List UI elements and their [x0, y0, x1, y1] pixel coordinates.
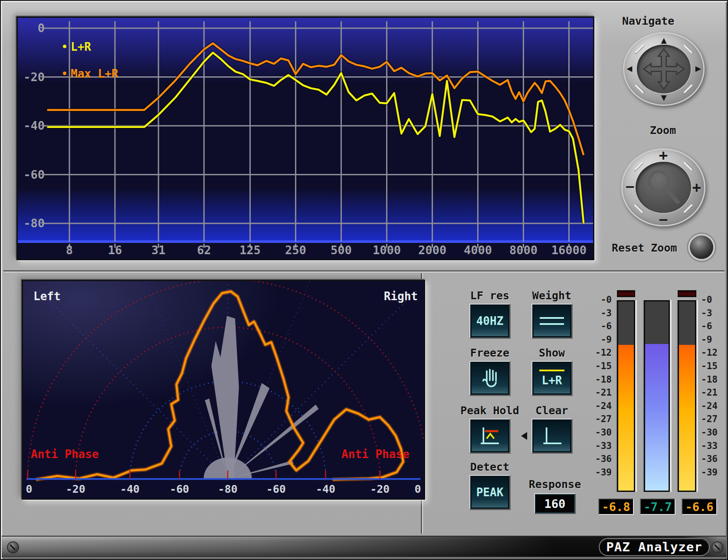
peak-hold-label: Peak Hold — [460, 404, 519, 417]
spectrum-chart: 0-20-40-60-80816316212525050010002000400… — [18, 18, 593, 259]
navigate-pad[interactable]: ▲ ▼ ◀ ▶ — [623, 32, 705, 106]
paz-analyzer-window: 0-20-40-60-80816316212525050010002000400… — [0, 0, 728, 560]
meter-fill — [618, 345, 634, 491]
meter-scale-label: -15 — [587, 362, 612, 371]
peak-hold-button[interactable] — [469, 419, 510, 453]
clear-button[interactable] — [531, 419, 572, 453]
response-box[interactable]: 160 — [534, 493, 576, 514]
peak-hold-icon — [478, 424, 502, 448]
reset-zoom-button[interactable] — [690, 236, 713, 259]
svg-text:8000: 8000 — [509, 243, 538, 257]
phase-display[interactable]: 0-20-40-60-80-60-40-200 Left Right Anti … — [22, 280, 425, 500]
horizontal-divider — [3, 270, 725, 272]
meter-scale-label: -24 — [701, 402, 726, 411]
reset-zoom-label: Reset Zoom — [612, 242, 677, 254]
meter-scale-label: -21 — [587, 388, 612, 397]
svg-text:0: 0 — [26, 483, 32, 495]
navigate-up-icon[interactable]: ▲ — [661, 36, 666, 45]
meter-scale-label: -39 — [701, 468, 726, 477]
svg-text:-60: -60 — [23, 168, 45, 181]
meter-scale-label: -0 — [701, 295, 726, 305]
magnifier-icon — [636, 162, 691, 213]
svg-text:-80: -80 — [23, 216, 45, 230]
zoom-label: Zoom — [650, 124, 676, 137]
svg-text:31: 31 — [151, 243, 166, 257]
svg-text:2000: 2000 — [418, 243, 446, 257]
lf-res-label: LF res — [470, 289, 509, 302]
meter-scale-label: -27 — [701, 415, 726, 424]
meter-scale-label: -6 — [701, 322, 726, 331]
hand-icon — [479, 367, 501, 390]
meter-scale-label: -15 — [701, 362, 726, 371]
meter-scale-label: -9 — [587, 335, 612, 344]
navigate-right-icon[interactable]: ▶ — [695, 64, 701, 73]
readout-left: -6.8 — [598, 498, 634, 515]
weight-button[interactable] — [531, 304, 572, 338]
title-bar: PAZ Analyzer — [2, 536, 726, 557]
zoom-pad[interactable]: + + − − — [621, 148, 705, 226]
meter-scale-label: -36 — [587, 455, 612, 464]
level-meter-right — [678, 300, 696, 492]
meter-scale-label: -6 — [587, 322, 612, 331]
plugin-title-badge: PAZ Analyzer — [600, 539, 709, 555]
meter-scale-label: -18 — [701, 375, 726, 384]
navigate-pad-center[interactable] — [637, 45, 691, 93]
peak-led-right — [678, 290, 696, 297]
svg-text:500: 500 — [331, 243, 352, 257]
readout-right-value: -6.6 — [685, 500, 713, 514]
level-meter-left — [617, 300, 635, 492]
meter-scale-label: -0 — [587, 295, 612, 305]
meter-scale-label: -33 — [587, 442, 612, 451]
detect-value: PEAK — [476, 486, 504, 499]
meter-scale-label: -30 — [701, 428, 726, 437]
svg-text:-60: -60 — [266, 483, 286, 495]
response-label: Response — [529, 478, 581, 491]
meter-scale-label: -12 — [701, 348, 726, 357]
svg-text:-20: -20 — [370, 483, 390, 495]
meter-scale-label: -12 — [587, 348, 612, 357]
svg-text:-40: -40 — [316, 483, 335, 495]
freeze-button[interactable] — [469, 361, 510, 396]
meter-scale-label: -3 — [587, 309, 612, 318]
navigate-left-icon[interactable]: ◀ — [626, 64, 632, 73]
svg-text:-60: -60 — [170, 483, 189, 495]
legend-dot-lr — [63, 45, 66, 48]
svg-text:-20: -20 — [66, 483, 85, 495]
polar-chart: 0-20-40-60-80-60-40-200 — [23, 281, 424, 498]
axes-icon — [540, 424, 564, 448]
double-line-icon — [540, 317, 564, 319]
meter-fill — [645, 344, 669, 491]
response-value: 160 — [544, 497, 566, 511]
svg-text:8: 8 — [66, 243, 73, 257]
zoom-out-vertical-icon[interactable]: − — [659, 213, 668, 226]
level-meter-mid — [644, 300, 670, 492]
weight-label: Weight — [532, 289, 571, 302]
meter-scale-label: -21 — [701, 388, 726, 397]
navigate-down-icon[interactable]: ▼ — [661, 93, 666, 102]
zoom-pad-center[interactable] — [636, 162, 691, 213]
show-label: Show — [539, 347, 565, 359]
plugin-title: PAZ Analyzer — [606, 540, 702, 554]
zoom-in-horizontal-icon[interactable]: + — [692, 181, 701, 193]
show-button[interactable]: L+R — [531, 361, 572, 396]
legend-label-lr: L+R — [71, 40, 91, 53]
screw-icon — [712, 542, 723, 553]
clear-label: Clear — [535, 404, 568, 417]
spectrum-display[interactable]: 0-20-40-60-80816316212525050010002000400… — [16, 16, 594, 260]
link-arrow-icon — [521, 432, 527, 440]
lf-res-button[interactable]: 40HZ — [469, 304, 510, 338]
svg-text:-80: -80 — [218, 483, 238, 495]
legend-item-max-lr: Max L+R — [63, 67, 118, 80]
anti-phase-right-label: Anti Phase — [341, 448, 410, 461]
show-value: L+R — [542, 374, 562, 387]
detect-button[interactable]: PEAK — [469, 475, 510, 510]
meter-scale-label: -3 — [701, 309, 726, 318]
zoom-out-horizontal-icon[interactable]: − — [626, 180, 634, 193]
zoom-in-vertical-icon[interactable]: + — [659, 149, 668, 161]
navigate-label: Navigate — [622, 15, 674, 27]
freeze-label: Freeze — [470, 347, 509, 359]
readout-mid: -7.7 — [640, 498, 676, 515]
svg-text:125: 125 — [239, 243, 261, 257]
meter-scale-label: -18 — [587, 375, 612, 384]
double-line-icon — [540, 323, 564, 325]
